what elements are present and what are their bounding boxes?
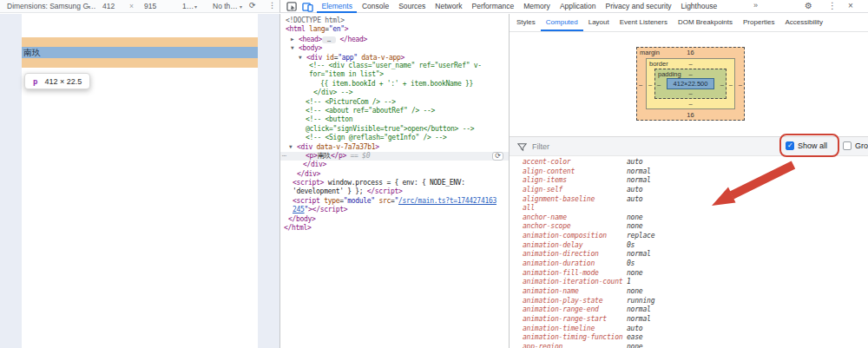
tab-console[interactable]: Console <box>357 0 393 13</box>
twisty-icon[interactable]: ▼ <box>289 142 297 151</box>
viewport-height-field[interactable]: 915 <box>144 2 156 10</box>
tab-sources[interactable]: Sources <box>394 0 431 13</box>
code-line[interactable]: <script> window.process = { env: { NODE_… <box>280 179 509 187</box>
padding-left-value[interactable]: ‒ <box>657 80 661 88</box>
code-line[interactable]: ▼<div id="app" data-v-app> <box>280 53 509 62</box>
group-checkbox[interactable] <box>843 141 852 150</box>
border-left-value[interactable]: ‒ <box>648 80 652 88</box>
rotate-device-icon[interactable]: ⟳ <box>249 1 256 10</box>
margin-bottom-value[interactable]: 16 <box>637 111 744 119</box>
code-line[interactable]: </div> --> <box>280 89 509 97</box>
close-devtools-icon[interactable]: × <box>848 1 853 10</box>
sidebar-tab-event-listeners[interactable]: Event Listeners <box>615 14 673 31</box>
code-line[interactable]: <!-- <div class="user_name" ref="userRef… <box>280 62 509 70</box>
margin-right-value[interactable]: ‒ <box>739 80 742 88</box>
code-line[interactable]: ▶<head> … </head> <box>280 35 509 43</box>
throttling-select[interactable]: No th… <box>213 2 238 10</box>
devtools-menu-icon[interactable]: ⋮ <box>828 1 837 10</box>
code-line[interactable]: </body> <box>280 215 509 224</box>
padding-right-value[interactable]: ‒ <box>720 80 724 88</box>
code-line[interactable]: </div> <box>280 170 509 179</box>
tab-application[interactable]: Application <box>555 0 601 13</box>
viewport-width-field[interactable]: 412 <box>102 2 115 10</box>
computed-property-row[interactable]: alignment-baselineauto <box>510 195 868 205</box>
group-toggle[interactable]: Group <box>843 141 868 150</box>
box-model-border[interactable]: border ‒ ‒ ‒ ‒ padding ‒ ‒ ‒ ‒ 412×22.50… <box>646 58 735 109</box>
code-line[interactable]: for="item in list"> <box>280 70 509 79</box>
sidebar-tab-properties[interactable]: Properties <box>738 14 779 31</box>
tab-privacy-and-security[interactable]: Privacy and security <box>601 0 676 13</box>
margin-top-value[interactable]: 16 <box>637 49 744 56</box>
code-line[interactable]: 245"></script> <box>280 206 509 214</box>
padding-bottom-value[interactable]: ‒ <box>655 89 726 97</box>
tab-network[interactable]: Network <box>431 0 467 13</box>
computed-property-row[interactable]: animation-range-endnormal <box>510 305 868 315</box>
computed-property-row[interactable]: animation-duration0s <box>510 259 868 269</box>
code-line-selected[interactable]: ⋯<p>南玖</p> == $0⟳ <box>280 152 509 161</box>
border-top-value[interactable]: ‒ <box>647 60 734 68</box>
computed-property-row[interactable]: animation-iteration-count1 <box>510 278 868 287</box>
code-line[interactable]: ▼<body> <box>280 43 509 52</box>
computed-property-row[interactable]: align-itemsnormal <box>510 176 868 186</box>
tab-elements[interactable]: Elements <box>317 0 357 13</box>
code-line[interactable]: </html> <box>280 224 509 233</box>
box-model-content[interactable]: 412×22.500 <box>667 78 714 89</box>
show-all-checkbox[interactable] <box>786 141 794 150</box>
computed-property-row[interactable]: animation-directionnormal <box>510 250 868 259</box>
tab-performance[interactable]: Performance <box>467 0 519 13</box>
scroll-into-view-icon[interactable]: ⟳ <box>492 152 503 161</box>
code-line[interactable]: <script type="module" src="/src/main.ts?… <box>280 197 509 206</box>
code-line[interactable]: <!-- <button <box>280 115 509 124</box>
computed-property-row[interactable]: animation-timelineauto <box>510 325 868 334</box>
source-link[interactable]: /src/main.ts?t=1744274163 <box>398 197 496 205</box>
padding-top-value[interactable]: ‒ <box>655 70 726 78</box>
twisty-icon[interactable]: ▼ <box>291 43 299 52</box>
inspected-element[interactable]: 南玖 <box>22 47 258 58</box>
code-line[interactable]: <!DOCTYPE html> <box>280 16 509 25</box>
computed-property-row[interactable]: animation-range-startnormal <box>510 315 868 325</box>
code-line[interactable]: <!-- <Sign @reflash="getInfo" /> --> <box>280 134 509 142</box>
computed-property-row[interactable]: accent-colorauto <box>510 158 868 167</box>
inspect-element-icon[interactable] <box>286 2 298 12</box>
source-link[interactable]: 245 <box>293 206 305 213</box>
kebab-menu-icon[interactable]: ⋮ <box>268 1 276 10</box>
sidebar-tab-dom-breakpoints[interactable]: DOM Breakpoints <box>673 14 738 31</box>
code-line[interactable]: {{ item.bookId + ':' + item.bookName }} <box>280 80 509 89</box>
computed-property-row[interactable]: animation-delay0s <box>510 241 868 251</box>
filter-input[interactable] <box>530 140 687 154</box>
sidebar-tab-accessibility[interactable]: Accessibility <box>780 14 829 31</box>
settings-gear-icon[interactable]: ⚙ <box>805 1 812 10</box>
computed-property-row[interactable]: anchor-scopenone <box>510 222 868 232</box>
sidebar-tab-styles[interactable]: Styles <box>511 14 541 31</box>
code-line[interactable]: @click="signVisible=true">open</button> … <box>280 125 509 134</box>
device-dimensions-select[interactable]: Dimensions: Samsung G… <box>7 2 96 10</box>
computed-property-row[interactable]: animation-compositionreplace <box>510 232 868 241</box>
sidebar-tab-computed[interactable]: Computed <box>541 14 583 31</box>
code-line[interactable]: ▼<div data-v-7a7a37b1> <box>280 142 509 151</box>
computed-property-row[interactable]: align-contentnormal <box>510 167 868 177</box>
more-tabs-icon[interactable]: » <box>753 1 758 10</box>
page-viewport[interactable]: 南玖 <box>22 14 258 348</box>
computed-property-row[interactable]: animation-timing-functionease <box>510 333 868 343</box>
toggle-device-toolbar-icon[interactable] <box>302 2 313 12</box>
twisty-icon[interactable]: ▼ <box>299 53 306 62</box>
code-line[interactable]: <!-- <PictureCom /> --> <box>280 98 509 107</box>
computed-property-row[interactable]: animation-play-staterunning <box>510 297 868 306</box>
border-bottom-value[interactable]: ‒ <box>647 100 734 108</box>
box-model-margin[interactable]: margin 16 16 ‒ ‒ border ‒ ‒ ‒ ‒ padding … <box>636 47 745 121</box>
computed-property-row[interactable]: app-regionnone <box>510 343 868 348</box>
code-line[interactable]: <html lang="en"> <box>280 25 509 34</box>
zoom-select[interactable]: 1… <box>182 2 194 10</box>
tab-memory[interactable]: Memory <box>519 0 556 13</box>
border-right-value[interactable]: ‒ <box>729 80 733 88</box>
code-line[interactable]: 'development' } }; </script> <box>280 187 509 196</box>
computed-property-row[interactable]: align-selfauto <box>510 186 868 195</box>
computed-property-row[interactable]: animation-fill-modenone <box>510 269 868 279</box>
computed-property-row[interactable]: all <box>510 204 868 213</box>
code-line[interactable]: </div> <box>280 161 509 169</box>
computed-property-row[interactable]: animation-namenone <box>510 287 868 297</box>
tab-lighthouse[interactable]: Lighthouse <box>676 0 722 13</box>
twisty-icon[interactable]: ▶ <box>291 35 299 43</box>
computed-property-row[interactable]: anchor-namenone <box>510 213 868 223</box>
show-all-toggle[interactable]: Show all <box>786 141 827 150</box>
